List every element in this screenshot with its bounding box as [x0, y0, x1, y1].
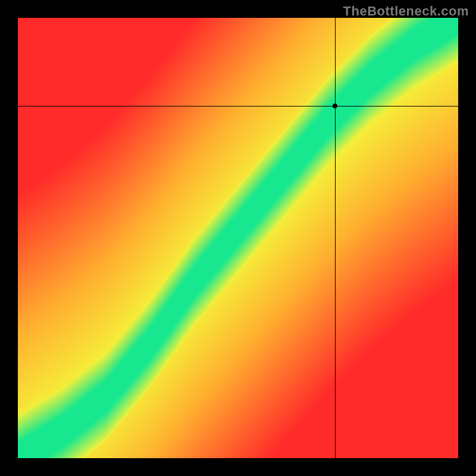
- watermark-text: TheBottleneck.com: [343, 4, 469, 19]
- crosshair-horizontal: [18, 106, 458, 107]
- chart-container: TheBottleneck.com: [0, 0, 476, 476]
- crosshair-marker: [333, 104, 337, 108]
- plot-area: [18, 18, 458, 458]
- crosshair-vertical: [335, 18, 336, 458]
- heatmap-canvas: [18, 18, 458, 458]
